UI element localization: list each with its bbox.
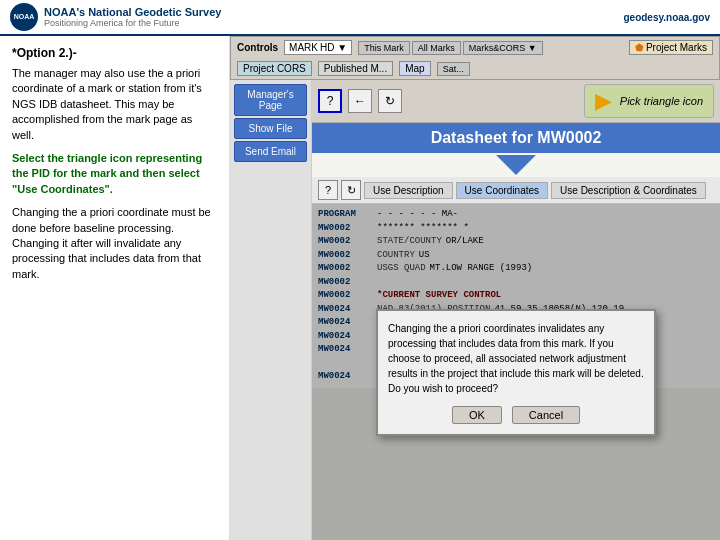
- marks-cors-btn[interactable]: Marks&CORS ▼: [463, 41, 543, 55]
- pick-triangle-icon[interactable]: ▶: [595, 88, 612, 114]
- use-desc-coords-btn[interactable]: Use Description & Coordinates: [551, 182, 706, 199]
- mark-label: MARK: [289, 42, 318, 53]
- noaa-logo: NOAA: [10, 3, 38, 31]
- question-icon-btn[interactable]: ?: [318, 89, 342, 113]
- modal-buttons: OK Cancel: [388, 406, 644, 424]
- modal-text: Changing the a priori coordinates invali…: [388, 321, 644, 396]
- arrow-down: [312, 155, 720, 175]
- back-btn[interactable]: ←: [348, 89, 372, 113]
- mark-dropdown-text: HD ▼: [320, 42, 347, 53]
- logo-area: NOAA NOAA's National Geodetic Survey Pos…: [10, 3, 221, 31]
- noaa-header: NOAA NOAA's National Geodetic Survey Pos…: [0, 0, 720, 36]
- main-layout: *Option 2.)- The manager may also use th…: [0, 36, 720, 540]
- send-email-btn[interactable]: Send Email: [234, 141, 307, 162]
- modal-cancel-btn[interactable]: Cancel: [512, 406, 580, 424]
- use-buttons-row: ? ↻ Use Description Use Coordinates Use …: [312, 177, 720, 204]
- mark-group-btns: This Mark All Marks Marks&CORS ▼: [358, 41, 542, 55]
- modal-ok-btn[interactable]: OK: [452, 406, 502, 424]
- controls-bar: Controls MARK HD ▼ This Mark All Marks M…: [230, 36, 720, 80]
- modal-overlay: Changing the a priori coordinates invali…: [312, 204, 720, 540]
- managers-page-btn[interactable]: Manager's Page: [234, 84, 307, 116]
- use-coordinates-btn[interactable]: Use Coordinates: [456, 182, 548, 199]
- show-file-btn[interactable]: Show File: [234, 118, 307, 139]
- project-marks-btn[interactable]: ⬟ Project Marks: [629, 40, 713, 55]
- modal-box: Changing the a priori coordinates invali…: [376, 309, 656, 436]
- use-description-btn[interactable]: Use Description: [364, 182, 453, 199]
- project-cors-btn[interactable]: Project CORS: [237, 61, 312, 76]
- bullet-2: Select the triangle icon representing th…: [12, 151, 217, 197]
- this-mark-btn[interactable]: This Mark: [358, 41, 410, 55]
- pick-triangle-label: Pick triangle icon: [620, 95, 703, 107]
- question-small-btn[interactable]: ?: [318, 180, 338, 200]
- content-area: Manager's Page Show File Send Email ? ← …: [230, 80, 720, 540]
- right-panel: Controls MARK HD ▼ This Mark All Marks M…: [230, 36, 720, 540]
- refresh-btn[interactable]: ↻: [378, 89, 402, 113]
- mark-dropdown[interactable]: MARK HD ▼: [284, 40, 352, 55]
- published-marks-btn[interactable]: Published M...: [318, 61, 393, 76]
- refresh-small-btn[interactable]: ↻: [341, 180, 361, 200]
- sat-btn[interactable]: Sat...: [437, 62, 470, 76]
- datasheet-panel: ? ← ↻ ▶ Pick triangle icon: [312, 80, 720, 540]
- datasheet-title: Datasheet for MW0002: [312, 123, 720, 153]
- bullet-1: The manager may also use the a priori co…: [12, 66, 217, 143]
- all-marks-btn[interactable]: All Marks: [412, 41, 461, 55]
- noaa-title: NOAA's National Geodetic Survey: [44, 6, 221, 18]
- option-title: *Option 2.)-: [12, 46, 217, 60]
- bullet-3: Changing the a priori coordinate must be…: [12, 205, 217, 282]
- left-panel: *Option 2.)- The manager may also use th…: [0, 36, 230, 540]
- controls-label: Controls: [237, 42, 278, 53]
- noaa-website: geodesy.noaa.gov: [623, 12, 710, 23]
- noaa-subtitle: Positioning America for the Future: [44, 18, 221, 28]
- map-btn[interactable]: Map: [399, 61, 430, 76]
- nav-sidebar: Manager's Page Show File Send Email: [230, 80, 312, 540]
